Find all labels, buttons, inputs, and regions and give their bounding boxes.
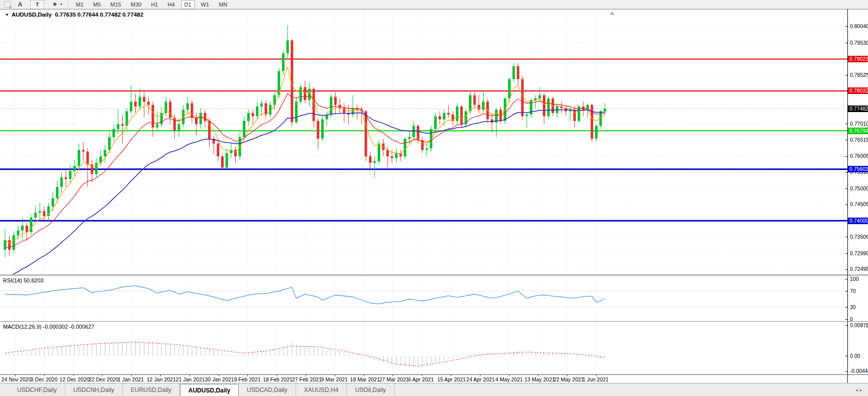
timeframe-button-group: M1M5M15M30H1H4D1W1MN (72, 0, 231, 9)
rsi-axis-label: 0 (850, 316, 853, 323)
date-label: 24 Nov 2020 (2, 376, 32, 382)
date-label: 18 Feb 2021 (263, 376, 293, 382)
price-level-badge-blue: 0.75603 (848, 166, 868, 172)
time-axis[interactable]: 24 Nov 20203 Dec 202012 Dec 202022 Dec 2… (0, 374, 868, 383)
chart-dropdown-icon[interactable]: ▼ (5, 13, 9, 17)
text-label-tool-icon[interactable]: T (30, 0, 44, 9)
axis-tick (845, 371, 847, 372)
price-axis-label: 0.75000 (850, 185, 868, 192)
price-level-badge-blue: 0.74000 (848, 218, 868, 224)
price-axis-label: 0.76515 (850, 137, 868, 143)
rsi-chart[interactable] (0, 276, 868, 321)
scroll-marker-icon[interactable] (610, 12, 615, 15)
toolbar-separator (68, 1, 69, 8)
rsi-label: RSI(14) 50.8203 (3, 277, 44, 283)
axis-tick (845, 156, 847, 157)
macd-indicator-panel[interactable]: MACD(12,26,9) -0.000302 -0.000627 0.0087… (0, 322, 868, 374)
grid-dots-icon[interactable]: F (3, 1, 12, 9)
date-label: 21 Jan 2021 (176, 376, 205, 382)
axis-tick (845, 26, 847, 27)
axis-tick (845, 172, 847, 173)
price-axis-label: 0.79530 (850, 40, 868, 46)
price-axis-label: 0.73500 (850, 234, 868, 240)
tab-audusd-daily[interactable]: AUDUSD,Daily (180, 384, 239, 396)
symbol-label: AUDUSD,Daily (12, 12, 52, 18)
tab-usdcad-daily[interactable]: USDCAD,Daily (239, 383, 296, 396)
axis-tick (845, 356, 847, 356)
price-axis-label: 0.77010 (850, 121, 868, 127)
rsi-axis-label: 70 (850, 288, 856, 294)
price-level-badge-green: 0.76794 (848, 128, 868, 134)
date-label: 3 Dec 2020 (31, 376, 58, 382)
date-label: 27 Mar 2021 (379, 376, 409, 382)
axis-tick (845, 205, 847, 205)
price-level-badge-black: 0.77482 (848, 106, 868, 112)
tab-scroll-arrows[interactable]: ◂▸ (855, 387, 864, 392)
chart-title: ▼AUDUSD,Daily 0.77635 0.77644 0.77482 0.… (5, 12, 143, 18)
date-label: 4 May 2021 (496, 376, 523, 382)
price-chart-panel[interactable]: ▼AUDUSD,Daily 0.77635 0.77644 0.77482 0.… (0, 9, 868, 275)
price-axis-label: 0.74505 (850, 201, 868, 208)
macd-axis-label: 0.00 (850, 353, 860, 359)
price-axis-label: 0.72495 (850, 266, 868, 272)
price-axis-label: 0.72990 (850, 250, 868, 257)
date-label: 27 Feb 2021 (292, 376, 322, 382)
tab-eurusd-daily[interactable]: EURUSD,Daily (123, 383, 180, 396)
axis-tick (845, 291, 847, 291)
date-label: 24 Apr 2021 (466, 376, 495, 382)
timeframe-button-m5[interactable]: M5 (89, 0, 104, 9)
axis-tick (845, 124, 847, 124)
timeframe-button-m1[interactable]: M1 (72, 0, 87, 9)
tab-scroll-right-icon[interactable]: ▸ (859, 387, 864, 392)
macd-chart[interactable] (0, 322, 868, 374)
macd-axis-label: -0.004451 (850, 368, 868, 374)
tab-usdcnh-daily[interactable]: USDCNH,Daily (65, 383, 123, 396)
tab-xauusd-h4[interactable]: XAUUSD,H4 (296, 383, 347, 396)
candlestick-chart[interactable] (0, 10, 868, 275)
rsi-indicator-panel[interactable]: RSI(14) 50.8203 10070300 (0, 276, 868, 321)
date-label: 18 Mar 2021 (350, 376, 380, 382)
dropdown-caret-icon[interactable]: ▾ (60, 2, 62, 7)
styler-tool-icon[interactable]: ❖ (47, 1, 59, 9)
date-label: 13 May 2021 (524, 376, 555, 382)
axis-tick (845, 253, 847, 254)
date-label: 6 Apr 2021 (408, 376, 434, 382)
timeframe-button-mn[interactable]: MN (215, 0, 231, 9)
date-label: 1 Jan 2021 (118, 376, 144, 382)
axis-tick (845, 307, 847, 308)
date-label: 12 Jan 2021 (147, 376, 176, 382)
price-axis-label: 0.78525 (850, 72, 868, 78)
axis-tick (845, 140, 847, 140)
date-label: 12 Dec 2020 (60, 376, 90, 382)
axis-tick (845, 269, 847, 270)
axis-tick (845, 188, 847, 189)
timeframe-button-w1[interactable]: W1 (198, 0, 213, 9)
price-level-badge-red: 0.79023 (848, 56, 868, 62)
timeframe-button-h4[interactable]: H4 (164, 0, 178, 9)
rsi-axis-label: 100 (850, 276, 859, 282)
axis-tick (845, 325, 847, 326)
timeframe-button-m15[interactable]: M15 (107, 0, 125, 9)
price-level-badge-red: 0.78032 (848, 87, 868, 94)
price-axis-border (847, 9, 848, 383)
axis-tick (845, 237, 847, 237)
top-toolbar: F A T ❖ ▾ M1M5M15M30H1H4D1W1MN (0, 0, 868, 9)
tab-usoil-daily[interactable]: USOil,Daily (347, 383, 394, 396)
date-label: 22 Dec 2020 (88, 376, 119, 382)
timeframe-button-h1[interactable]: H1 (147, 0, 161, 9)
timeframe-button-d1[interactable]: D1 (181, 0, 195, 9)
axis-tick (845, 279, 847, 279)
date-label: 22 May 2021 (553, 376, 584, 382)
date-label: 15 Apr 2021 (437, 376, 466, 382)
timeframe-button-m30[interactable]: M30 (127, 0, 145, 9)
axis-tick (845, 319, 847, 320)
chart-tab-bar: USDCHF,DailyUSDCNH,DailyEURUSD,DailyAUDU… (0, 383, 868, 396)
tab-usdchf-daily[interactable]: USDCHF,Daily (9, 383, 65, 396)
date-label: 30 Jan 2021 (205, 376, 234, 382)
font-tool-icon[interactable]: A (13, 1, 28, 9)
date-label: 9 Mar 2021 (321, 376, 348, 382)
axis-tick (845, 75, 847, 75)
rsi-axis-label: 30 (850, 304, 856, 311)
macd-axis-label: 0.008782 (850, 322, 868, 329)
date-label: 9 Feb 2021 (234, 376, 260, 382)
